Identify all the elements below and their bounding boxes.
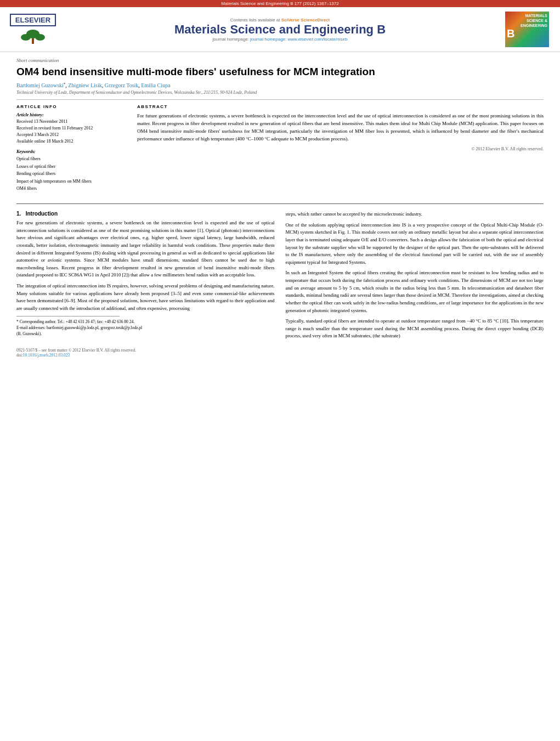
footnote-name: (B. Guzowski). xyxy=(16,331,275,337)
abstract-column: ABSTRACT For future generations of elect… xyxy=(137,104,544,197)
footer-copyright: 0921-5107/$ – see front matter © 2012 El… xyxy=(16,348,275,353)
footnote-divider xyxy=(16,316,120,316)
article-history-label: Article history: xyxy=(16,112,126,117)
intro-para-1: For new generations of electronic system… xyxy=(16,219,275,279)
article-authors: Bartłomiej Guzowski*, Zbigniew Lisik, Gr… xyxy=(16,82,544,88)
journal-header-center: Contents lists available at SciVerse Sci… xyxy=(55,18,505,42)
doi-link[interactable]: 10.1016/j.mseb.2012.03.023 xyxy=(23,353,70,358)
journal-header: ELSEVIER Contents lists available at Sci… xyxy=(0,7,560,52)
received-revised-date: Received in revised form 11 February 201… xyxy=(16,125,126,132)
article-wrapper: Short communication OM4 bend insensitive… xyxy=(0,52,560,363)
body-col-right: steps, which rather cannot be accepted b… xyxy=(286,211,544,358)
elsevier-tree-icon xyxy=(14,29,52,45)
mseb-logo-text: MATERIALSSCIENCE &ENGINEERING xyxy=(521,13,547,28)
keyword-3: Bending optical fibers xyxy=(16,170,126,178)
abstract-text: For future generations of electronic sys… xyxy=(137,112,544,143)
journal-title: Materials Science and Engineering B xyxy=(55,22,505,37)
svg-point-2 xyxy=(35,34,45,41)
available-date: Available online 18 March 2012 xyxy=(16,138,126,145)
keywords-group: Keywords: Optical fibers Losses of optic… xyxy=(16,149,126,193)
keywords-list: Optical fibers Losses of optical fiber B… xyxy=(16,155,126,193)
accepted-date: Accepted 3 March 2012 xyxy=(16,132,126,138)
journal-citation-text: Materials Science and Engineering B 177 … xyxy=(221,1,338,6)
keyword-4: Impact of high temperatures on MM fibers xyxy=(16,178,126,185)
author-lisik: Zbigniew Lisik xyxy=(68,82,101,88)
intro-para-2: The integration of optical interconnecti… xyxy=(16,282,275,313)
body-text-section: 1. Introduction For new generations of e… xyxy=(16,211,544,358)
body-col-left: 1. Introduction For new generations of e… xyxy=(16,211,275,358)
author-ciupa: Emilia Ciupa xyxy=(141,82,170,88)
article-history-group: Article history: Received 13 November 20… xyxy=(16,112,126,145)
journal-homepage-link[interactable]: journal homepage: www.elsevier.com/locat… xyxy=(250,37,347,42)
intro-para-right-3: In such an Integrated System the optical… xyxy=(286,269,544,314)
elsevier-logo-text: ELSEVIER xyxy=(15,16,50,24)
received-date: Received 13 November 2011 xyxy=(16,118,126,125)
section1-title: 1. Introduction xyxy=(16,211,275,217)
article-info-abstract-section: ARTICLE INFO Article history: Received 1… xyxy=(16,104,544,197)
footnote-email: E-mail addresses: bartlomiej.guzowski@p.… xyxy=(16,325,275,331)
header-divider xyxy=(16,99,544,100)
abstract-heading: ABSTRACT xyxy=(137,104,544,109)
article-info-column: ARTICLE INFO Article history: Received 1… xyxy=(16,104,126,197)
keyword-1: Optical fibers xyxy=(16,155,126,163)
author-tosik: Grzegorz Tosik xyxy=(105,82,139,88)
article-info-heading: ARTICLE INFO xyxy=(16,104,126,109)
svg-rect-3 xyxy=(32,38,34,44)
intro-para-right-1: steps, which rather cannot be accepted b… xyxy=(286,211,544,218)
journal-homepage: journal homepage: journal homepage: www.… xyxy=(55,37,505,42)
keyword-5: OM4 fibers xyxy=(16,185,126,193)
keyword-2: Losses of optical fiber xyxy=(16,163,126,171)
section1-num: 1. xyxy=(16,211,21,217)
footnote-star: * Corresponding author. Tel.: +48 42 631… xyxy=(16,319,275,325)
article-type-label: Short communication xyxy=(16,58,544,63)
intro-para-right-4: Typically, standard optical fibers are i… xyxy=(286,318,544,340)
footer-doi: doi:10.1016/j.mseb.2012.03.023 xyxy=(16,353,275,358)
sciverse-line: Contents lists available at SciVerse Sci… xyxy=(55,18,505,22)
keywords-label: Keywords: xyxy=(16,149,126,154)
mseb-logo-b: B xyxy=(507,28,514,39)
journal-citation-band: Materials Science and Engineering B 177 … xyxy=(0,0,560,7)
author-guzowski: Bartłomiej Guzowski xyxy=(16,82,64,88)
body-divider xyxy=(16,203,544,204)
article-affiliation: Technical University of Lodz, Department… xyxy=(16,90,544,95)
abstract-copyright: © 2012 Elsevier B.V. All rights reserved… xyxy=(137,146,544,151)
sciverse-link[interactable]: SciVerse ScienceDirect xyxy=(281,18,330,22)
section1-label: Introduction xyxy=(26,211,58,217)
svg-point-1 xyxy=(21,34,31,41)
intro-para-right-2: One of the solutions applying optical in… xyxy=(286,222,544,267)
mseb-logo: MATERIALSSCIENCE &ENGINEERING B xyxy=(505,12,549,47)
elsevier-logo: ELSEVIER xyxy=(11,14,55,45)
article-title: OM4 bend insensitive multi-mode fibers' … xyxy=(16,65,544,78)
